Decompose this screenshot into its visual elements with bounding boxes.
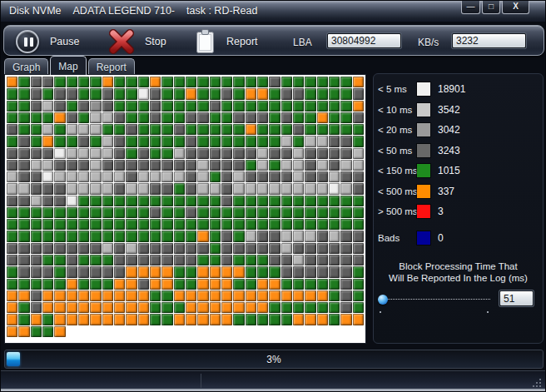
map-block xyxy=(210,183,221,194)
map-block xyxy=(353,88,364,99)
map-block xyxy=(246,219,256,230)
map-block xyxy=(67,290,77,301)
tab-map[interactable]: Map xyxy=(50,56,86,75)
map-block xyxy=(78,136,89,146)
map-block xyxy=(31,243,42,254)
map-block xyxy=(54,207,65,218)
map-block xyxy=(210,88,221,99)
map-block xyxy=(197,77,208,87)
map-block xyxy=(67,77,77,87)
map-block xyxy=(7,266,17,277)
map-block xyxy=(42,207,53,218)
map-block xyxy=(102,207,113,218)
map-block xyxy=(269,183,280,194)
app-window: Disk NVMe ADATA LEGEND 710- task : RD-Re… xyxy=(0,0,546,392)
map-block xyxy=(90,314,101,325)
tab-report[interactable]: Report xyxy=(88,58,135,75)
map-block xyxy=(138,171,149,182)
map-block xyxy=(90,290,101,301)
titlebar: Disk NVMe ADATA LEGEND 710- task : RD-Re… xyxy=(1,1,545,22)
map-block xyxy=(329,290,340,301)
map-block xyxy=(42,148,53,159)
map-block xyxy=(102,314,113,325)
tab-graph[interactable]: Graph xyxy=(4,58,48,75)
kbs-input[interactable] xyxy=(452,33,526,48)
map-block xyxy=(305,255,315,265)
map-block xyxy=(353,314,364,325)
map-block xyxy=(7,148,17,159)
map-block xyxy=(269,302,280,313)
progress-bar: 3% xyxy=(4,350,544,369)
map-block xyxy=(340,136,351,146)
map-block xyxy=(138,124,149,135)
map-block xyxy=(329,302,340,313)
legend-count: 3042 xyxy=(438,124,460,136)
map-block xyxy=(174,243,185,254)
pause-button[interactable]: Pause xyxy=(16,27,79,55)
map-block xyxy=(78,207,89,218)
map-block xyxy=(210,219,221,230)
map-block xyxy=(161,88,172,99)
map-block xyxy=(210,148,221,159)
title-model: ADATA LEGEND 710- xyxy=(73,5,176,17)
map-block xyxy=(233,88,244,99)
map-block xyxy=(31,231,42,241)
slider-track[interactable] xyxy=(378,299,490,300)
map-block xyxy=(7,302,17,313)
map-block xyxy=(174,255,185,265)
map-block xyxy=(150,302,161,313)
map-block xyxy=(210,231,221,241)
map-block xyxy=(174,290,185,301)
map-block xyxy=(329,219,340,230)
legend-count: 0 xyxy=(438,232,444,244)
map-block xyxy=(246,266,256,277)
map-block xyxy=(161,148,172,159)
map-block xyxy=(138,183,149,194)
report-button[interactable]: Report xyxy=(195,27,258,55)
map-block xyxy=(186,219,196,230)
map-block xyxy=(7,77,17,87)
map-block xyxy=(257,243,268,254)
map-block xyxy=(197,231,208,241)
map-block xyxy=(269,112,280,123)
map-block xyxy=(161,183,172,194)
map-block xyxy=(18,148,29,159)
map-block xyxy=(31,88,42,99)
map-block xyxy=(31,302,42,313)
map-block xyxy=(54,183,65,194)
slider-thumb[interactable] xyxy=(378,295,388,305)
lba-input[interactable] xyxy=(327,33,401,48)
map-block xyxy=(246,171,256,182)
pause-icon xyxy=(16,30,39,53)
map-block xyxy=(257,279,268,290)
map-block xyxy=(293,112,304,123)
map-block xyxy=(317,112,328,123)
stop-button[interactable]: Stop xyxy=(109,27,166,55)
map-block xyxy=(90,171,101,182)
map-block xyxy=(246,243,256,254)
map-block xyxy=(150,279,161,290)
map-block xyxy=(78,243,89,254)
map-block xyxy=(197,196,208,206)
map-block xyxy=(78,124,89,135)
map-block xyxy=(197,148,208,159)
map-block xyxy=(233,196,244,206)
map-block xyxy=(54,302,65,313)
map-block xyxy=(305,148,315,159)
map-block xyxy=(31,219,42,230)
map-block xyxy=(293,88,304,99)
minimize-button[interactable]: — xyxy=(461,1,480,14)
map-block xyxy=(186,160,196,171)
map-block xyxy=(78,160,89,171)
map-block xyxy=(18,207,29,218)
map-block xyxy=(340,160,351,171)
map-block xyxy=(102,231,113,241)
map-block xyxy=(186,124,196,135)
resize-grip-icon[interactable] xyxy=(539,385,541,387)
close-button[interactable]: X xyxy=(502,1,529,14)
maximize-button[interactable]: □ xyxy=(482,1,500,14)
block-time-input[interactable] xyxy=(499,290,534,306)
block-time-slider[interactable] xyxy=(378,293,490,306)
map-block xyxy=(18,160,29,171)
map-block xyxy=(281,290,292,301)
